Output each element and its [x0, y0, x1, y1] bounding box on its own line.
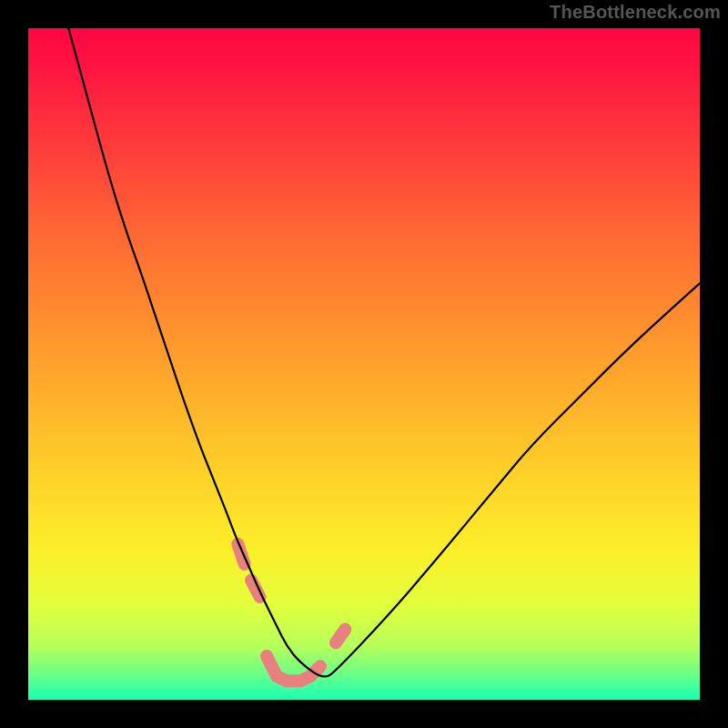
chart-frame: TheBottleneck.com: [0, 0, 728, 728]
plot-area: [28, 28, 700, 700]
watermark-text: TheBottleneck.com: [550, 2, 721, 23]
bottleneck-curve: [68, 28, 700, 676]
highlight-right: [336, 630, 345, 643]
highlight-vertex: [267, 656, 320, 681]
highlight-group: [238, 544, 345, 682]
curve-svg: [28, 28, 700, 700]
